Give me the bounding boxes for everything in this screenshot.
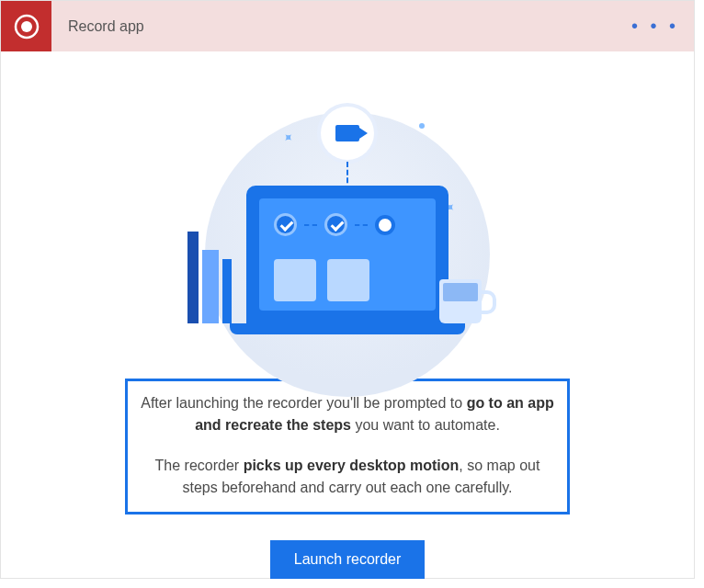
more-menu[interactable]: • • • — [631, 16, 679, 37]
record-card: Record app • • • ✦ ✦ — [0, 0, 695, 579]
card-header: Record app • • • — [1, 1, 694, 51]
description-paragraph-2: The recorder picks up every desktop moti… — [137, 455, 558, 499]
description-box: After launching the recorder you'll be p… — [125, 379, 570, 514]
svg-point-1 — [21, 21, 32, 32]
card-content: ✦ ✦ — [1, 51, 694, 579]
cup-graphic — [439, 279, 482, 323]
description-paragraph-1: After launching the recorder you'll be p… — [137, 392, 558, 436]
camera-icon — [321, 107, 374, 160]
laptop-graphic — [246, 186, 449, 323]
record-icon — [1, 1, 51, 51]
card-title: Record app — [68, 18, 144, 35]
launch-recorder-button[interactable]: Launch recorder — [270, 540, 426, 579]
illustration: ✦ ✦ — [182, 85, 513, 323]
